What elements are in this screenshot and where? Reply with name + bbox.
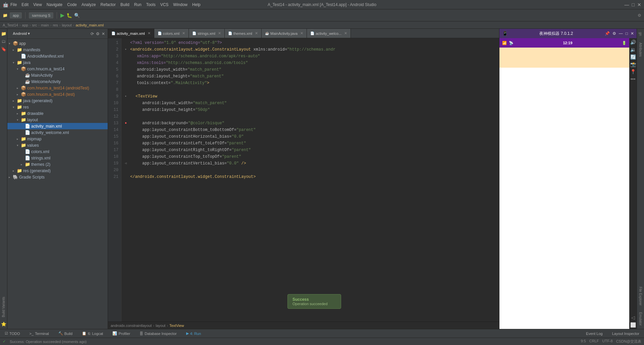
tree-item-activity-main[interactable]: 📄 activity_main.xml	[7, 123, 108, 129]
tab-themes[interactable]: 📄 themes.xml ✕	[225, 29, 262, 38]
menu-code[interactable]: Code	[67, 2, 77, 7]
bottom-tab-todo[interactable]: ☑ TODO	[3, 331, 22, 336]
bottom-tab-logcat[interactable]: 📋 6: Logcat	[80, 331, 105, 336]
tab-close-strings[interactable]: ✕	[218, 31, 221, 36]
sync-icon[interactable]: ⟳	[91, 31, 94, 36]
emulator-window-controls[interactable]: 📌 ⚙ — □ ✕	[605, 31, 634, 36]
tree-item-activity-welcome[interactable]: 📄 activity_welcome.xml	[7, 129, 108, 136]
close-panel-icon[interactable]: ✕	[102, 31, 105, 36]
emu-maximize-icon[interactable]: □	[626, 31, 628, 36]
menu-analyze[interactable]: Analyze	[82, 2, 96, 7]
window-controls[interactable]: — □ ✕	[625, 2, 641, 7]
code-content[interactable]: <?xml version="1.0" encoding="utf-8"?> ▾…	[121, 38, 499, 322]
bookmarks-tool-button[interactable]: 🔖	[0, 46, 7, 53]
emu-volume-down-icon[interactable]: 🔉	[630, 47, 636, 52]
tree-item-test[interactable]: ▸ 📦 com.hnucm.a_test14 (test)	[7, 91, 108, 97]
tab-activity-main[interactable]: 📄 activity_main.xml ✕	[108, 29, 154, 38]
close-button[interactable]: ✕	[637, 2, 641, 7]
bottom-tab-database-inspector[interactable]: 🗄 Database Inspector	[138, 331, 178, 336]
tree-item-mainactivity[interactable]: ☕ MainActivity	[7, 72, 108, 78]
gear-icon[interactable]: ⚙	[96, 31, 100, 36]
right-tab-attributes[interactable]: Attributes	[638, 39, 643, 60]
tree-item-mipmap[interactable]: ▸ 📁 mipmap	[7, 136, 108, 142]
tree-item-package[interactable]: ▾ 📦 com.hnucm.a_test14	[7, 66, 108, 72]
android-dropdown[interactable]: Android ▾	[13, 31, 30, 36]
tab-close[interactable]: ✕	[148, 31, 151, 36]
tab-close-welcome[interactable]: ✕	[344, 31, 347, 36]
tree-item-java-generated[interactable]: ▸ 📁 java (generated)	[7, 97, 108, 104]
tree-item-colors[interactable]: 📄 colors.xml	[7, 148, 108, 155]
run-config-selector[interactable]: app	[10, 12, 22, 18]
emu-close-icon[interactable]: ✕	[631, 31, 634, 36]
breakpoint-13[interactable]: ●	[125, 121, 127, 125]
menu-bar[interactable]: File Edit View Navigate Code Analyze Ref…	[10, 2, 201, 7]
tree-item-gradle[interactable]: ▸ 🐘 Gradle Scripts	[7, 174, 108, 180]
emu-more-icon[interactable]: •••	[631, 76, 636, 82]
tree-item-res[interactable]: ▾ 📁 res	[7, 104, 108, 110]
menu-file[interactable]: File	[10, 2, 17, 7]
bottom-tab-profiler[interactable]: 📊 Profiler	[110, 331, 132, 336]
bottom-tab-terminal[interactable]: >_ Terminal	[28, 331, 51, 336]
fold-marker-9[interactable]: ▾	[125, 95, 126, 98]
event-log-button[interactable]: Event Log	[584, 331, 605, 336]
tab-mainactivity[interactable]: ☕ MainActivity.java ✕	[262, 29, 307, 38]
menu-edit[interactable]: Edit	[21, 2, 29, 7]
right-tab-gn[interactable]: gn	[638, 29, 643, 39]
maximize-button[interactable]: □	[632, 2, 635, 7]
tree-item-welcomeactivity[interactable]: ☕ WelcomeActivity	[7, 78, 108, 85]
tab-close-colors[interactable]: ✕	[182, 31, 185, 36]
device-selector[interactable]: samsung S	[29, 12, 53, 18]
right-tab-file-explorer[interactable]: File Explorer	[638, 283, 643, 309]
tree-item-java[interactable]: ▾ 📁 java	[7, 59, 108, 66]
tree-item-themes[interactable]: ▸ 📁 themes (2)	[7, 161, 108, 167]
tree-item-androidmanifest[interactable]: 📄 AndroidManifest.xml	[7, 53, 108, 59]
tab-strings[interactable]: 📄 strings.xml ✕	[189, 29, 225, 38]
tree-item-manifests[interactable]: ▸ 📁 manifests	[7, 47, 108, 53]
right-panel: gn Attributes File Explorer Emulator	[637, 29, 644, 329]
build-variants-button[interactable]: Build Variants	[1, 294, 6, 320]
emu-screenshot-icon[interactable]: 📸	[630, 62, 636, 67]
project-tool-button[interactable]: 📁	[0, 30, 7, 37]
tab-colors[interactable]: 📄 colors.xml ✕	[154, 29, 189, 38]
menu-run[interactable]: Run	[134, 2, 142, 7]
emu-settings-icon[interactable]: ⚙	[612, 31, 616, 36]
emu-back-icon[interactable]: ◁	[631, 315, 635, 320]
menu-navigate[interactable]: Navigate	[47, 2, 62, 7]
tree-item-app[interactable]: ▾ 📦 app	[7, 40, 108, 47]
tree-item-layout[interactable]: ▾ 📁 layout	[7, 117, 108, 123]
settings-icon[interactable]: ⚙	[638, 13, 641, 18]
debug-button[interactable]: 🐛	[66, 13, 72, 18]
structure-tool-button[interactable]: 🗂	[0, 38, 7, 45]
emu-rotate-icon[interactable]: 🔄	[630, 54, 636, 60]
emu-home-icon[interactable]: ⬜	[630, 322, 636, 328]
menu-build[interactable]: Build	[120, 2, 129, 7]
minimize-button[interactable]: —	[625, 2, 629, 7]
tab-close-mainactivity[interactable]: ✕	[300, 31, 303, 36]
emu-pin-icon[interactable]: 📌	[605, 31, 610, 36]
tab-close-themes[interactable]: ✕	[255, 31, 258, 36]
project-panel-title: Android ▾	[10, 30, 33, 37]
tab-activity-welcome[interactable]: 📄 activity_welco... ✕	[307, 29, 351, 38]
fold-marker-2[interactable]: ▾	[125, 48, 126, 51]
tree-item-drawable[interactable]: ▸ 📁 drawable	[7, 110, 108, 117]
menu-help[interactable]: Help	[192, 2, 201, 7]
right-tab-emulator[interactable]: Emulator	[638, 309, 643, 329]
tree-item-androidtest[interactable]: ▸ 📦 com.hnucm.a_test14 (androidTest)	[7, 85, 108, 91]
emu-minimize-icon[interactable]: —	[619, 31, 623, 36]
menu-tools[interactable]: Tools	[146, 2, 156, 7]
menu-view[interactable]: View	[33, 2, 42, 7]
menu-window[interactable]: Window	[173, 2, 187, 7]
layout-inspector-button[interactable]: Layout Inspector	[610, 331, 641, 336]
tree-item-strings[interactable]: 📄 strings.xml	[7, 155, 108, 161]
run-button[interactable]: ▶	[60, 12, 64, 18]
emu-volume-up-icon[interactable]: 🔊	[630, 40, 636, 45]
search-everywhere-icon[interactable]: 🔍	[74, 13, 80, 18]
tree-item-res-generated[interactable]: ▸ 📁 res (generated)	[7, 167, 108, 174]
favorites-button[interactable]: ⭐	[0, 321, 7, 328]
emu-location-icon[interactable]: 📍	[630, 69, 636, 74]
bottom-tab-run[interactable]: ▶ 4: Run	[184, 331, 203, 336]
tree-item-values[interactable]: ▾ 📁 values	[7, 142, 108, 148]
menu-vcs[interactable]: VCS	[160, 2, 169, 7]
menu-refactor[interactable]: Refactor	[101, 2, 116, 7]
bottom-tab-build[interactable]: 🔨 Build	[56, 331, 74, 336]
